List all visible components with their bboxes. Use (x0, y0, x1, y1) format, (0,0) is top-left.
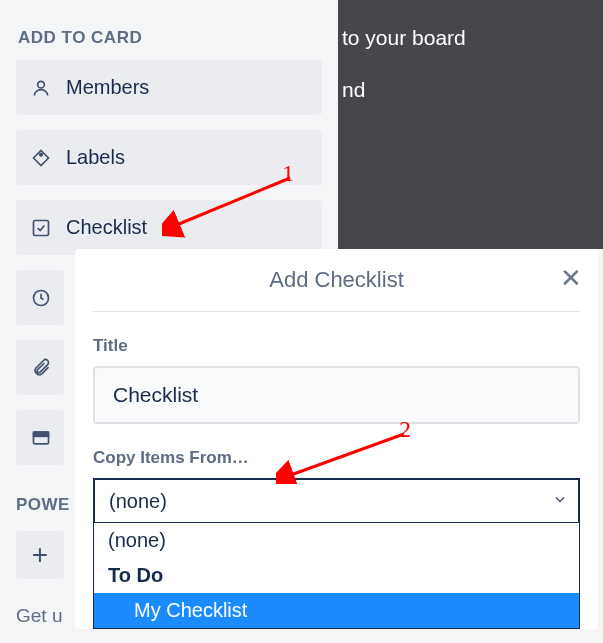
select-value: (none) (109, 490, 167, 513)
label-icon (30, 147, 52, 169)
chevron-down-icon (552, 490, 568, 513)
svg-point-1 (40, 153, 43, 156)
members-button[interactable]: Members (16, 60, 322, 115)
dropdown-option-none[interactable]: (none) (94, 523, 579, 558)
checkbox-icon (30, 217, 52, 239)
title-input[interactable] (93, 366, 580, 424)
cover-button[interactable] (16, 410, 64, 465)
dropdown-option-todo[interactable]: To Do (94, 558, 579, 593)
dates-button[interactable] (16, 270, 64, 325)
svg-rect-2 (34, 220, 49, 235)
members-label: Members (66, 76, 149, 99)
checklist-button[interactable]: Checklist (16, 200, 322, 255)
copy-from-dropdown: (none) To Do My Checklist (93, 522, 580, 629)
close-icon[interactable]: ✕ (560, 265, 582, 291)
bg-text-line2: nd (342, 78, 603, 102)
labels-label: Labels (66, 146, 125, 169)
bg-text-line1: to your board (342, 26, 603, 50)
card-back-overlay: to your board nd (338, 0, 603, 249)
title-field-label: Title (93, 336, 580, 356)
cover-icon (30, 427, 52, 449)
svg-rect-5 (34, 432, 49, 436)
clock-icon (30, 287, 52, 309)
attachment-icon (30, 357, 52, 379)
add-checklist-popover: Add Checklist ✕ Title Copy Items From… (… (75, 249, 598, 629)
copy-from-select[interactable]: (none) (93, 478, 580, 522)
sidebar-header: ADD TO CARD (16, 28, 322, 48)
popover-title: Add Checklist (269, 267, 404, 292)
plus-icon: + (32, 539, 48, 571)
person-icon (30, 77, 52, 99)
popover-header: Add Checklist ✕ (93, 267, 580, 312)
attachment-button[interactable] (16, 340, 64, 395)
svg-point-0 (38, 81, 45, 88)
checklist-label: Checklist (66, 216, 147, 239)
copy-from-label: Copy Items From… (93, 448, 580, 468)
add-powerup-button[interactable]: + (16, 531, 64, 579)
labels-button[interactable]: Labels (16, 130, 322, 185)
dropdown-option-my-checklist[interactable]: My Checklist (94, 593, 579, 628)
